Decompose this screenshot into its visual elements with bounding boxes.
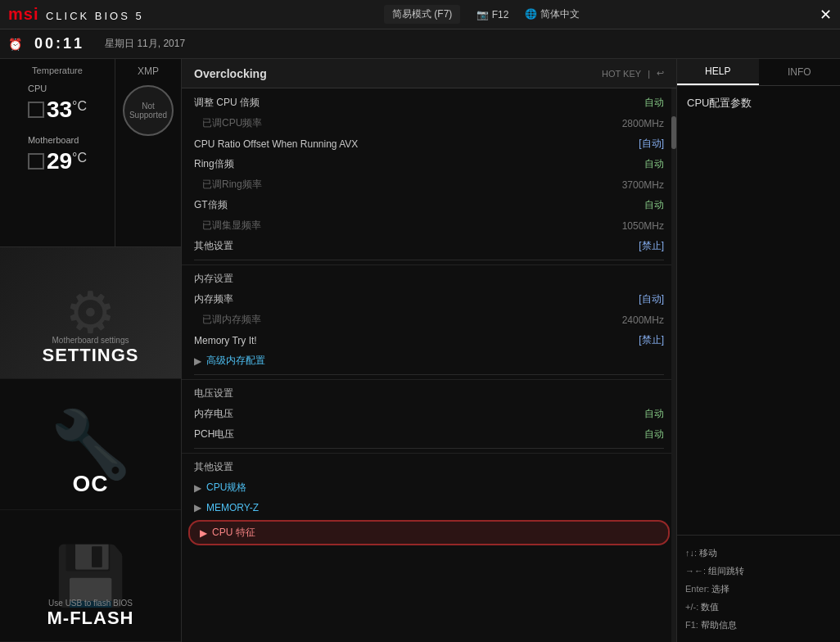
- easy-mode-label[interactable]: 简易模式 (F7): [384, 5, 460, 24]
- expand-memory-z[interactable]: ▶ MEMORY-Z: [182, 498, 676, 518]
- tab-info[interactable]: INFO: [759, 59, 841, 85]
- key-jump: →←: 组间跳转: [685, 562, 832, 580]
- hotkey-label: HOT KEY: [602, 69, 641, 79]
- expand-arrow-cpu-icon: ▶: [194, 482, 201, 494]
- expand-arrow-memz-icon: ▶: [194, 502, 201, 513]
- expand-advanced-memory[interactable]: ▶ 高级内存配置: [182, 350, 676, 371]
- xmp-section: XMP Not Supported: [115, 59, 181, 246]
- main-content: Overclocking HOT KEY | ↩ 调整 CPU 倍频 自动 已调…: [182, 59, 676, 642]
- separator-1: [194, 260, 664, 260]
- setting-gt-freq-adjusted: 已调集显频率 1050MHz: [182, 215, 676, 236]
- sidebar-item-settings[interactable]: ⚙ Motherboard settings SETTINGS: [0, 247, 181, 379]
- setting-other-settings[interactable]: 其他设置 [禁止]: [182, 236, 676, 256]
- cpu-temp-item: CPU 33 °C: [28, 84, 87, 123]
- language-label[interactable]: 🌐 简体中文: [525, 7, 579, 21]
- expand-arrow-icon: ▶: [194, 355, 201, 367]
- mflash-label-main: M-FLASH: [47, 608, 134, 629]
- mb-temp-label: Motherboard: [28, 135, 87, 145]
- settings-label-main: SETTINGS: [42, 345, 138, 366]
- top-right-controls: ✕: [820, 6, 832, 24]
- setting-cpu-avx-offset[interactable]: CPU Ratio Offset When Running AVX [自动]: [182, 133, 676, 154]
- settings-label-top: Motherboard settings: [52, 336, 129, 345]
- help-tabs: HELP INFO: [677, 59, 840, 86]
- overclocking-title: Overclocking: [194, 67, 267, 80]
- top-center-controls: 简易模式 (F7) 📷 F12 🌐 简体中文: [384, 5, 580, 24]
- mb-temp-value: 29 °C: [28, 148, 87, 174]
- setting-mem-freq[interactable]: 内存频率 [自动]: [182, 289, 676, 310]
- expand-cpu-features[interactable]: ▶ CPU 特征: [188, 520, 670, 545]
- timebar: ⏰ 00:11 星期日 11月, 2017: [0, 29, 840, 59]
- sidebar: Temperature CPU 33 °C Motherboard 29 °C …: [0, 59, 182, 642]
- temperature-section: Temperature CPU 33 °C Motherboard 29 °C: [0, 59, 115, 246]
- settings-list: 调整 CPU 倍频 自动 已调CPU频率 2800MHz CPU Ratio O…: [182, 88, 676, 642]
- mflash-label-top: Use USB to flash BIOS: [48, 599, 133, 608]
- setting-ring-freq-adjusted: 已调Ring频率 3700MHz: [182, 174, 676, 195]
- mb-temp-item: Motherboard 29 °C: [28, 135, 87, 174]
- close-button[interactable]: ✕: [820, 6, 832, 24]
- setting-pch-voltage[interactable]: PCH电压 自动: [182, 424, 676, 445]
- temperature-title: Temperature: [32, 66, 83, 75]
- key-move: ↑↓: 移动: [685, 544, 832, 562]
- oc-label-main: OC: [73, 471, 109, 497]
- setting-mem-try-it[interactable]: Memory Try It! [禁止]: [182, 330, 676, 350]
- clock-icon: ⏰: [8, 38, 22, 51]
- temp-xmp-panel: Temperature CPU 33 °C Motherboard 29 °C …: [0, 59, 181, 247]
- separator-2: [194, 374, 664, 375]
- advanced-memory-label: 高级内存配置: [206, 354, 265, 368]
- xmp-circle[interactable]: Not Supported: [123, 85, 174, 136]
- section-memory: 内存设置: [182, 264, 676, 289]
- key-value: +/-: 数值: [685, 598, 832, 616]
- cpu-features-label: CPU 特征: [212, 526, 255, 540]
- help-panel: HELP INFO CPU配置参数 ↑↓: 移动 →←: 组间跳转 Enter:…: [676, 59, 840, 642]
- hotkey-separator: |: [648, 69, 650, 79]
- separator-3: [194, 448, 664, 449]
- mb-temp-unit: °C: [72, 151, 87, 165]
- memory-z-label: MEMORY-Z: [206, 502, 259, 513]
- section-voltage: 电压设置: [182, 379, 676, 404]
- setting-gt-multiplier[interactable]: GT倍频 自动: [182, 195, 676, 215]
- setting-cpu-multiplier[interactable]: 调整 CPU 倍频 自动: [182, 93, 676, 113]
- key-enter: Enter: 选择: [685, 580, 832, 598]
- expand-arrow-feat-icon: ▶: [200, 527, 207, 539]
- topbar: msi CLICK BIOS 5 简易模式 (F7) 📷 F12 🌐 简体中文 …: [0, 0, 840, 29]
- hotkey-back-icon[interactable]: ↩: [657, 68, 664, 79]
- xmp-title: XMP: [138, 66, 159, 77]
- cpu-temp-label: CPU: [28, 84, 87, 93]
- hotkey-area: HOT KEY | ↩: [602, 68, 664, 79]
- overclocking-header: Overclocking HOT KEY | ↩: [182, 59, 676, 88]
- help-keys: ↑↓: 移动 →←: 组间跳转 Enter: 选择 +/-: 数值 F1: 帮助…: [677, 535, 840, 642]
- logo-bios: CLICK BIOS 5: [46, 10, 144, 22]
- time-display: 00:11: [34, 35, 84, 52]
- setting-ring-multiplier[interactable]: Ring倍频 自动: [182, 154, 676, 174]
- setting-mem-freq-adjusted: 已调内存频率 2400MHz: [182, 310, 676, 330]
- cpu-spec-label: CPU规格: [206, 481, 246, 495]
- help-title: CPU配置参数: [687, 96, 830, 111]
- cpu-temp-value: 33 °C: [28, 97, 87, 123]
- section-other: 其他设置: [182, 453, 676, 477]
- expand-cpu-spec[interactable]: ▶ CPU规格: [182, 477, 676, 498]
- sidebar-item-oc[interactable]: 🔧 OC: [0, 379, 181, 511]
- cpu-temp-unit: °C: [72, 99, 87, 114]
- tab-help[interactable]: HELP: [677, 59, 759, 85]
- sidebar-item-mflash[interactable]: 💾 Use USB to flash BIOS M-FLASH: [0, 510, 181, 642]
- setting-mem-voltage[interactable]: 内存电压 自动: [182, 404, 676, 424]
- date-display: 星期日 11月, 2017: [105, 37, 185, 51]
- logo-msi: msi: [8, 5, 38, 23]
- key-help: F1: 帮助信息: [685, 616, 832, 634]
- logo: msi CLICK BIOS 5: [8, 5, 144, 24]
- setting-cpu-freq-adjusted: 已调CPU频率 2800MHz: [182, 113, 676, 133]
- screenshot-label[interactable]: 📷 F12: [476, 9, 508, 20]
